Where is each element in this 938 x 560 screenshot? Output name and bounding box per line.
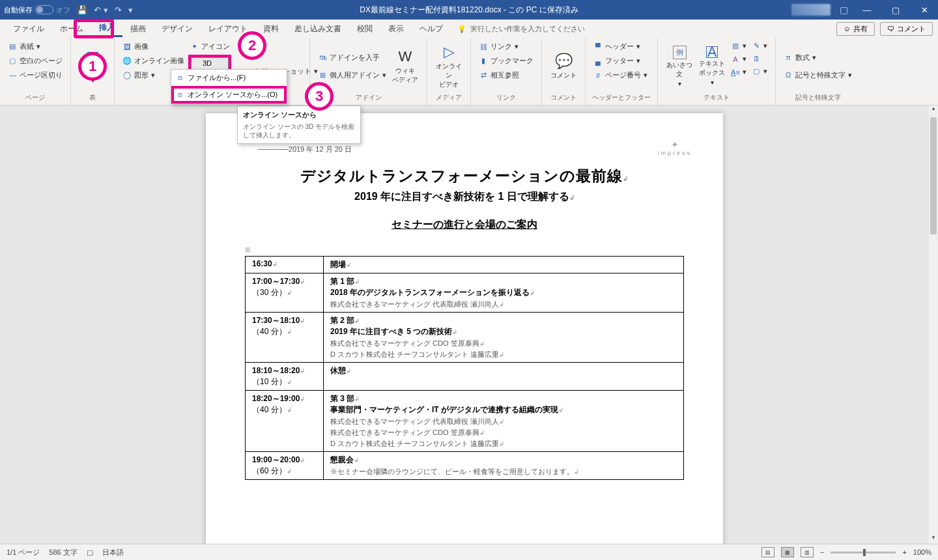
document-canvas[interactable]: ✦impress ──────2019 年 12 月 20 日 デジタルトランス… xyxy=(0,105,929,544)
textbox-button[interactable]: Aテキスト ボックス▾ xyxy=(697,40,727,92)
zoom-out-button[interactable]: − xyxy=(820,548,824,556)
group-hf: ヘッダーとフッター xyxy=(592,92,651,105)
tab-design[interactable]: デザイン xyxy=(154,20,201,37)
group-tables: 表 xyxy=(78,92,107,105)
account-name[interactable] xyxy=(791,4,831,16)
header-button[interactable]: ▀ヘッダー ▾ xyxy=(592,40,649,53)
icons-button[interactable]: ✦アイコン xyxy=(188,40,231,53)
restore-button[interactable]: ▢ xyxy=(886,5,905,15)
view-read-button[interactable]: ▤ xyxy=(761,547,775,557)
comments-button[interactable]: 🗨 コメント xyxy=(880,22,933,36)
autosave-toggle[interactable]: 自動保存 オフ xyxy=(4,5,70,15)
date-icon: 🗓 xyxy=(752,55,761,63)
signature-button[interactable]: ✎▾ xyxy=(750,40,769,51)
break-icon: ⸻ xyxy=(8,72,17,79)
bookmark-button[interactable]: ▮ブックマーク xyxy=(477,55,535,67)
pictures-button[interactable]: 🖼画像 xyxy=(121,40,186,53)
link-button[interactable]: ⛓リンク ▾ xyxy=(477,40,535,53)
group-links: リンク xyxy=(477,92,535,105)
zoom-slider[interactable] xyxy=(831,552,896,553)
ribbon: ▤表紙 ▾ ▢空白のページ ⸻ページ区切り ページ ▦表▾ 表 🖼画像 🌐オンラ… xyxy=(0,38,938,105)
group-text: テキスト xyxy=(664,92,769,105)
impress-logo: ✦impress xyxy=(657,139,692,156)
vertical-scrollbar[interactable]: ▲ ▼ xyxy=(929,105,938,544)
annotation-1: 1 xyxy=(78,52,107,81)
cross-ref-button[interactable]: ⇄相互参照 xyxy=(477,69,535,81)
icons-icon: ✦ xyxy=(190,42,199,51)
object-icon: ▢ xyxy=(752,67,761,76)
tab-mail[interactable]: 差し込み文書 xyxy=(287,20,349,37)
blank-page-button[interactable]: ▢空白のページ xyxy=(7,55,64,67)
picture-icon: 🖼 xyxy=(122,43,132,51)
bulb-icon: 💡 xyxy=(457,25,466,33)
object-button[interactable]: ▢▾ xyxy=(750,66,769,77)
link-icon: ⛓ xyxy=(479,43,488,51)
footer-button[interactable]: ▄フッター ▾ xyxy=(592,55,649,67)
doc-heading-3: セミナーの進行と会場のご案内 xyxy=(245,218,684,232)
symbol-button[interactable]: Ω記号と特殊文字 ▾ xyxy=(782,69,853,81)
redo-icon[interactable]: ↷ xyxy=(115,5,122,15)
online-pictures-button[interactable]: 🌐オンライン画像 xyxy=(121,55,186,67)
table-row: 17:30～18:10↲（40 分）↲第 2 部↲2019 年に注目すべき 5 … xyxy=(246,313,684,363)
tab-view[interactable]: 表示 xyxy=(380,20,412,37)
status-bar: 1/1 ページ 586 文字 ▢ 日本語 ▤ ▦ ▥ − + 100% xyxy=(0,544,938,560)
tab-insert[interactable]: 挿入 xyxy=(91,20,122,37)
symbol-icon: Ω xyxy=(784,71,793,79)
save-icon[interactable]: 💾 xyxy=(77,5,87,15)
wordart-button[interactable]: A▾ xyxy=(730,53,748,64)
menu-from-file[interactable]: ⧈ファイルから...(F) xyxy=(171,70,287,86)
my-addins-button[interactable]: ⊞個人用アドイン ▾ xyxy=(317,69,388,81)
status-words[interactable]: 586 文字 xyxy=(49,548,77,557)
cube-icon: ⧈ xyxy=(178,74,182,82)
blank-page-icon: ▢ xyxy=(8,57,17,65)
scroll-down-icon[interactable]: ▼ xyxy=(929,535,938,544)
quick-parts-button[interactable]: ▥▾ xyxy=(730,40,748,51)
get-addins-button[interactable]: 🛍アドインを入手 xyxy=(317,51,388,64)
store-icon: 🛍 xyxy=(318,53,327,61)
ribbon-display-icon[interactable]: ▢ xyxy=(840,5,848,15)
table-row: 18:10～18:20↲（10 分）↲休憩↲ xyxy=(246,363,684,391)
annotation-3: 3 xyxy=(305,82,334,111)
page-break-button[interactable]: ⸻ページ区切り xyxy=(7,69,64,81)
view-print-button[interactable]: ▦ xyxy=(781,547,794,557)
table-row: 18:20～19:00↲（40 分）↲第 3 部↲事業部門・マーケティング・IT… xyxy=(246,391,684,452)
scroll-up-icon[interactable]: ▲ xyxy=(929,105,938,115)
comment-button[interactable]: 💬コメント xyxy=(548,40,578,92)
share-button[interactable]: ☺ 共有 xyxy=(836,22,875,36)
zoom-level[interactable]: 100% xyxy=(913,548,931,556)
tab-file[interactable]: ファイル xyxy=(5,20,52,37)
status-page[interactable]: 1/1 ページ xyxy=(7,548,40,557)
wikipedia-icon: W xyxy=(399,48,412,65)
close-button[interactable]: ✕ xyxy=(915,5,934,15)
sig-icon: ✎ xyxy=(752,42,761,50)
spell-icon[interactable]: ▢ xyxy=(87,548,93,557)
wikipedia-button[interactable]: Wウィキ ペディア xyxy=(390,40,420,92)
online-video-button[interactable]: ▷オンライン ビデオ xyxy=(434,40,464,92)
tab-home[interactable]: ホーム xyxy=(52,20,91,37)
menu-from-online[interactable]: ⧈オンライン ソースから...(O) xyxy=(171,86,287,104)
page-number-button[interactable]: #ページ番号 ▾ xyxy=(592,69,649,81)
footer-icon: ▄ xyxy=(593,57,603,65)
greeting-button[interactable]: 例あいさつ 文▾ xyxy=(664,40,694,92)
undo-icon[interactable]: ↶ ▾ xyxy=(94,5,108,15)
cover-page-button[interactable]: ▤表紙 ▾ xyxy=(7,40,64,53)
drop-cap-button[interactable]: A≡▾ xyxy=(730,66,748,77)
group-comments: コメント xyxy=(548,92,578,105)
equation-button[interactable]: π数式 ▾ xyxy=(782,51,853,64)
tab-help[interactable]: ヘルプ xyxy=(412,20,451,37)
table-row: 17:00～17:30↲（30 分）↲第 1 部↲2018 年のデジタルトランス… xyxy=(246,273,684,313)
view-web-button[interactable]: ▥ xyxy=(801,547,814,557)
tab-review[interactable]: 校閲 xyxy=(349,20,380,37)
bookmark-icon: ▮ xyxy=(479,57,488,65)
minimize-button[interactable]: ― xyxy=(857,5,877,15)
textbox-icon: A xyxy=(706,46,718,58)
scrollbar-thumb[interactable] xyxy=(930,117,937,234)
qat-more-icon[interactable]: ▾ xyxy=(128,5,133,15)
zoom-in-button[interactable]: + xyxy=(902,548,906,556)
table-row: 19:00～20:00↲（60 分）↲懇親会↲※セミナー会場隣のラウンジにて、ビ… xyxy=(246,452,684,480)
status-lang[interactable]: 日本語 xyxy=(102,548,124,557)
datetime-button[interactable]: 🗓 xyxy=(750,53,769,64)
tell-me-search[interactable]: 💡実行したい作業を入力してください xyxy=(457,24,585,34)
header-icon: ▀ xyxy=(593,43,603,51)
tab-draw[interactable]: 描画 xyxy=(122,20,154,37)
